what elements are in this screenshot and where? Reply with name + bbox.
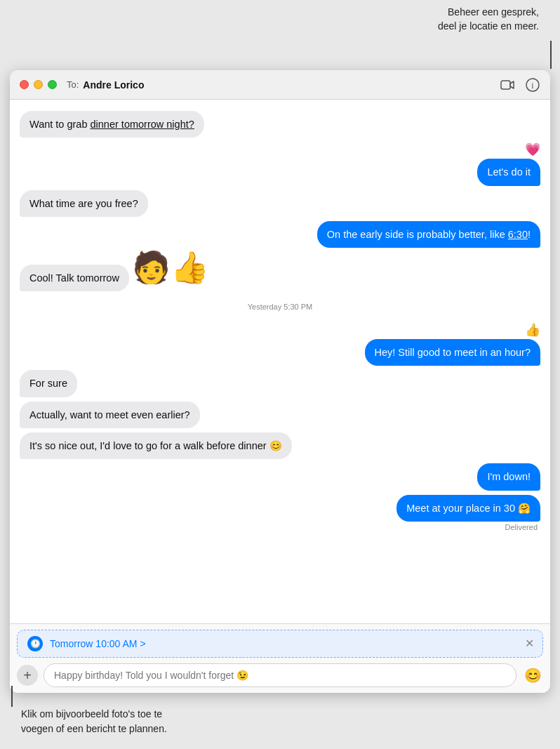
list-item: Want to grab dinner tomorrow night? (20, 111, 204, 138)
reminder-bar[interactable]: 🕐 Tomorrow 10:00 AM > ✕ (17, 630, 543, 658)
traffic-lights (20, 80, 57, 89)
titlebar-icons: i (500, 77, 540, 93)
message-bubble: Let's do it (477, 159, 540, 185)
list-item: Cool! Talk tomorrow 🧑‍👍 (20, 252, 171, 291)
list-item: On the early side is probably better, li… (317, 221, 540, 248)
timestamp-divider: Yesterday 5:30 PM (20, 303, 540, 311)
message-bubble: Hey! Still good to meet in an hour? (365, 339, 540, 366)
message-bubble: What time are you free? (20, 190, 148, 217)
message-bubble: Actually, want to meet even earlier? (20, 402, 200, 428)
message-bubble: I'm down! (477, 463, 540, 490)
message-bubble: Meet at your place in 30 🤗 (396, 495, 540, 522)
message-bubble: On the early side is probably better, li… (317, 221, 540, 248)
reminder-close-button[interactable]: ✕ (525, 638, 534, 649)
memoji-row: Cool! Talk tomorrow 🧑‍👍 (20, 252, 171, 291)
list-item: Actually, want to meet even earlier? (20, 402, 200, 428)
reaction-emoji: 💗 (525, 142, 540, 157)
input-row: + 😊 (17, 663, 543, 687)
message-bubble: Cool! Talk tomorrow (20, 265, 129, 291)
info-icon[interactable]: i (525, 77, 540, 93)
message-bubble: It's so nice out, I'd love to go for a w… (20, 432, 292, 459)
messages-window: To: Andre Lorico i Want to grab dinner t… (10, 70, 550, 693)
to-label: To: (67, 79, 79, 90)
message-bubble: Want to grab dinner tomorrow night? (20, 111, 204, 138)
titlebar: To: Andre Lorico i (10, 70, 550, 100)
svg-text:i: i (531, 81, 534, 91)
messages-area: Want to grab dinner tomorrow night? 💗 Le… (10, 100, 550, 623)
list-item: For sure (20, 370, 77, 397)
svg-rect-0 (501, 81, 510, 89)
list-item: Meet at your place in 30 🤗 Delivered (396, 495, 540, 531)
list-item: It's so nice out, I'd love to go for a w… (20, 432, 292, 459)
add-attachment-button[interactable]: + (17, 665, 38, 686)
list-item: 💗 Let's do it (477, 142, 540, 185)
annotation-bottom: Klik om bijvoorbeeld foto's toe te voege… (21, 707, 167, 736)
minimize-button[interactable] (34, 80, 43, 89)
memoji-sticker: 🧑‍👍 (132, 252, 171, 291)
maximize-button[interactable] (48, 80, 57, 89)
annotation-top: Beheer een gesprek, deel je locatie en m… (438, 6, 539, 33)
contact-name: Andre Lorico (83, 79, 500, 91)
reminder-text: Tomorrow 10:00 AM > (50, 638, 146, 649)
compose-area: 🕐 Tomorrow 10:00 AM > ✕ + 😊 (10, 623, 550, 693)
message-input[interactable] (44, 663, 516, 687)
list-item: 👍 Hey! Still good to meet in an hour? (365, 322, 540, 366)
list-item: What time are you free? (20, 190, 148, 217)
list-item: I'm down! (477, 463, 540, 490)
delivered-label: Delivered (505, 523, 538, 531)
video-call-icon[interactable] (500, 77, 515, 93)
close-button[interactable] (20, 80, 29, 89)
message-bubble: For sure (20, 370, 77, 397)
emoji-picker-button[interactable]: 😊 (522, 665, 543, 686)
reminder-icon: 🕐 (27, 636, 43, 651)
reaction-emoji: 👍 (525, 322, 540, 338)
